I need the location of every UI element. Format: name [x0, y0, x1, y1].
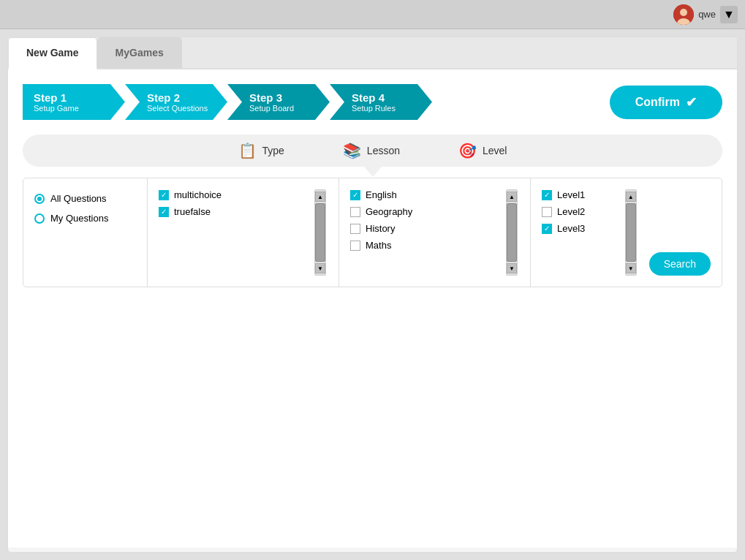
- geography-label: Geography: [366, 206, 412, 217]
- filter-tab-lesson[interactable]: 📚 Lesson: [343, 138, 400, 163]
- checkbox-geography[interactable]: Geography: [350, 206, 501, 217]
- type-scrollbar[interactable]: ▲ ▼: [314, 189, 326, 276]
- tab-new-game[interactable]: New Game: [8, 37, 97, 69]
- lesson-list: English Geography History Maths: [350, 189, 501, 276]
- history-checkbox[interactable]: [350, 224, 360, 234]
- multichoice-label: multichoice: [174, 189, 222, 200]
- geography-checkbox[interactable]: [350, 207, 360, 217]
- type-list: multichoice truefalse: [159, 189, 309, 276]
- type-icon: 📋: [238, 142, 257, 159]
- filter-section: 📋 Type 📚 Lesson 🎯 Level: [23, 135, 722, 167]
- history-label: History: [366, 223, 395, 234]
- english-checkbox[interactable]: [350, 190, 360, 200]
- level-scroll-thumb[interactable]: [626, 203, 636, 262]
- checkbox-level2[interactable]: Level2: [542, 206, 620, 217]
- search-button[interactable]: Search: [649, 252, 711, 276]
- question-area: All Questions My Questions multichoice: [23, 178, 722, 287]
- truefalse-checkbox[interactable]: [159, 207, 169, 217]
- user-dropdown-button[interactable]: ▼: [720, 6, 738, 23]
- radio-all-label: All Questions: [50, 193, 107, 204]
- content-area: Step 1 Setup Game Step 2 Select Question…: [8, 69, 737, 548]
- lesson-icon: 📚: [343, 142, 361, 159]
- checkbox-maths[interactable]: Maths: [350, 240, 501, 251]
- radio-my-label: My Questions: [50, 213, 108, 224]
- filter-type-label: Type: [262, 145, 284, 156]
- radio-my-questions[interactable]: My Questions: [34, 213, 136, 224]
- filter-tab-level[interactable]: 🎯 Level: [458, 138, 507, 163]
- confirm-label: Confirm: [635, 96, 680, 109]
- steps-bar: Step 1 Setup Game Step 2 Select Question…: [23, 84, 722, 120]
- maths-checkbox[interactable]: [350, 241, 360, 251]
- top-bar: qwe ▼: [0, 0, 745, 29]
- username-label: qwe: [698, 9, 716, 20]
- checkbox-multichoice[interactable]: multichoice: [159, 189, 309, 200]
- type-scroll-thumb[interactable]: [315, 203, 325, 262]
- checkbox-level1[interactable]: Level1: [542, 189, 620, 200]
- checkbox-history[interactable]: History: [350, 223, 501, 234]
- maths-label: Maths: [366, 240, 391, 251]
- checkbox-english[interactable]: English: [350, 189, 501, 200]
- chevron-down-icon: ▼: [723, 8, 735, 21]
- search-label: Search: [664, 258, 696, 270]
- level1-checkbox[interactable]: [542, 190, 552, 200]
- checkbox-truefalse[interactable]: truefalse: [159, 206, 309, 217]
- level-icon: 🎯: [458, 142, 477, 159]
- step-3-label: Setup Board: [249, 104, 315, 113]
- avatar: [673, 4, 694, 25]
- radio-section: All Questions My Questions: [23, 178, 148, 287]
- type-column: multichoice truefalse ▲ ▼: [148, 178, 339, 287]
- filter-lesson-label: Lesson: [367, 145, 400, 156]
- step-2-number: Step 2: [147, 91, 213, 104]
- level-scroll-down[interactable]: ▼: [626, 263, 636, 273]
- checkmark-icon: ✔: [686, 94, 697, 110]
- svg-point-1: [680, 9, 687, 16]
- step-4-number: Step 4: [352, 91, 417, 104]
- checkbox-level3[interactable]: Level3: [542, 223, 620, 234]
- step-3-number: Step 3: [249, 91, 315, 104]
- level1-label: Level1: [557, 189, 585, 200]
- filter-tab-type[interactable]: 📋 Type: [238, 138, 284, 163]
- step-1-label: Setup Game: [34, 104, 110, 113]
- lesson-scroll-down[interactable]: ▼: [507, 263, 517, 273]
- step-1[interactable]: Step 1 Setup Game: [23, 84, 125, 120]
- radio-all-questions-btn[interactable]: [34, 194, 45, 204]
- lesson-column: English Geography History Maths: [339, 178, 531, 287]
- level-column: Level1 Level2 Level3 ▲ ▼: [531, 178, 722, 287]
- level3-checkbox[interactable]: [542, 224, 552, 234]
- type-scroll-down[interactable]: ▼: [315, 263, 325, 273]
- multichoice-checkbox[interactable]: [159, 190, 169, 200]
- main-container: New Game MyGames Step 1 Setup Game Step …: [7, 37, 738, 553]
- english-label: English: [366, 189, 397, 200]
- lesson-scroll-up[interactable]: ▲: [507, 192, 517, 202]
- level2-checkbox[interactable]: [542, 207, 552, 217]
- step-3[interactable]: Step 3 Setup Board: [227, 84, 330, 120]
- filter-level-label: Level: [483, 145, 507, 156]
- level3-label: Level3: [557, 223, 585, 234]
- tab-my-games[interactable]: MyGames: [97, 37, 182, 68]
- step-2-label: Select Questions: [147, 104, 213, 113]
- confirm-button[interactable]: Confirm ✔: [610, 86, 722, 119]
- type-scroll-up[interactable]: ▲: [315, 192, 325, 202]
- level-scrollbar[interactable]: ▲ ▼: [625, 189, 637, 276]
- level-scroll-up[interactable]: ▲: [626, 192, 636, 202]
- lesson-scrollbar[interactable]: ▲ ▼: [506, 189, 518, 276]
- step-1-number: Step 1: [34, 91, 110, 104]
- user-info: qwe ▼: [673, 4, 738, 25]
- level2-label: Level2: [557, 206, 585, 217]
- radio-all-questions[interactable]: All Questions: [34, 193, 136, 204]
- step-4-label: Setup Rules: [352, 104, 417, 113]
- truefalse-label: truefalse: [174, 206, 211, 217]
- filter-arrow: [364, 167, 382, 177]
- tab-bar: New Game MyGames: [8, 37, 737, 69]
- step-2[interactable]: Step 2 Select Questions: [125, 84, 227, 120]
- radio-my-questions-btn[interactable]: [34, 213, 45, 224]
- level-list: Level1 Level2 Level3: [542, 189, 620, 276]
- step-4[interactable]: Step 4 Setup Rules: [330, 84, 432, 120]
- lesson-scroll-thumb[interactable]: [507, 203, 517, 262]
